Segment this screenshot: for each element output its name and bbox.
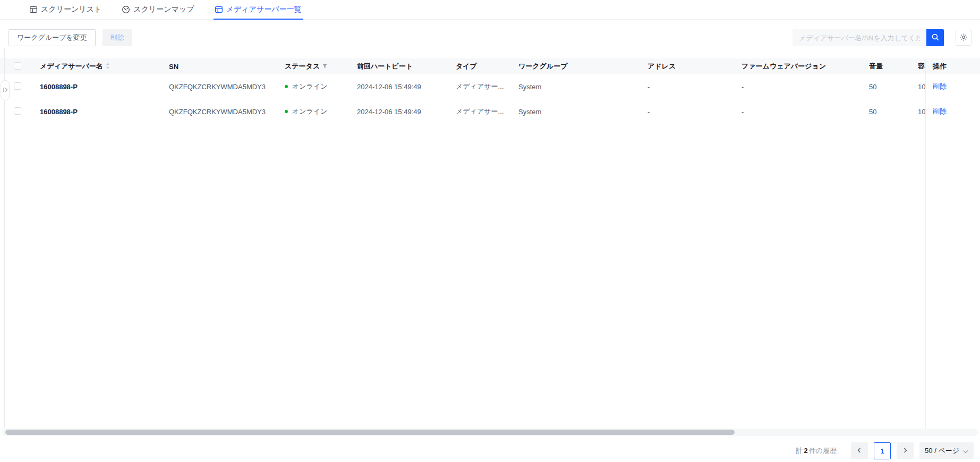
row-checkbox[interactable] xyxy=(14,107,21,115)
column-header-volume: 音量 xyxy=(869,62,918,71)
toolbar: ワークグループを変更 削除 xyxy=(0,20,980,50)
cell-type: メディアサー... xyxy=(456,107,518,116)
magnifier-icon xyxy=(931,33,940,43)
cell-address: - xyxy=(647,83,742,91)
chevron-right-icon xyxy=(902,447,908,455)
column-header-firmware: ファームウェアバージョン xyxy=(742,62,869,71)
column-header-type: タイプ xyxy=(456,62,518,71)
cell-status: オンライン xyxy=(285,82,357,91)
cell-heartbeat: 2024-12-06 15:49:49 xyxy=(357,83,456,91)
settings-button[interactable] xyxy=(956,30,972,46)
cell-capacity: 10 xyxy=(918,108,925,116)
tab-bar: スクリーンリスト スクリーンマップ メディアサーバー一覧 xyxy=(0,0,980,20)
cell-heartbeat: 2024-12-06 15:49:49 xyxy=(357,108,456,116)
column-header-actions: 操作 xyxy=(925,58,980,74)
cell-volume: 50 xyxy=(869,83,918,91)
pagination: 計2件の履歴 1 50 / ページ xyxy=(796,442,974,459)
prev-page-button[interactable] xyxy=(851,442,868,459)
chevron-down-icon xyxy=(963,447,968,455)
tab-label: スクリーンマップ xyxy=(133,5,194,14)
panel-expand-handle[interactable] xyxy=(1,80,10,100)
media-server-list-icon xyxy=(215,5,223,14)
cell-capacity: 10 xyxy=(918,83,925,91)
delete-button[interactable]: 削除 xyxy=(103,29,132,46)
table-header-row: メディアサーバー名 SN ステータス 前回ハートビート タイプ xyxy=(0,58,980,74)
screen-map-icon xyxy=(122,5,130,14)
cell-address: - xyxy=(647,108,742,116)
tab-screen-map[interactable]: スクリーンマップ xyxy=(122,0,194,19)
cell-sn: QKZFQKZCRKYWMDA5MDY3 xyxy=(169,108,285,116)
column-header-heartbeat: 前回ハートビート xyxy=(357,62,456,71)
media-server-table: メディアサーバー名 SN ステータス 前回ハートビート タイプ xyxy=(0,58,980,124)
cell-status: オンライン xyxy=(285,107,357,116)
next-page-button[interactable] xyxy=(897,442,914,459)
tab-screen-list[interactable]: スクリーンリスト xyxy=(29,0,101,19)
column-header-status: ステータス xyxy=(285,62,357,71)
cell-name: 16008898-P xyxy=(40,108,169,116)
change-workgroup-button[interactable]: ワークグループを変更 xyxy=(8,29,96,46)
column-header-address: アドレス xyxy=(647,62,742,71)
screen-list-icon xyxy=(29,5,38,14)
horizontal-scrollbar-thumb[interactable] xyxy=(5,430,735,435)
table-row: 16008898-P QKZFQKZCRKYWMDA5MDY3 オンライン 20… xyxy=(0,74,980,99)
online-status-dot xyxy=(285,110,288,113)
cell-volume: 50 xyxy=(869,108,918,116)
cell-firmware: - xyxy=(742,83,869,91)
cell-workgroup: System xyxy=(518,83,647,91)
column-header-sn: SN xyxy=(169,63,285,71)
row-checkbox[interactable] xyxy=(14,82,21,90)
cell-sn: QKZFQKZCRKYWMDA5MDY3 xyxy=(169,83,285,91)
column-header-capacity: 容 xyxy=(918,62,925,71)
gear-icon xyxy=(959,33,968,43)
cell-actions: 削除 xyxy=(925,74,980,99)
fixed-column-divider xyxy=(925,58,926,429)
search-button[interactable] xyxy=(926,29,944,46)
column-header-workgroup: ワークグループ xyxy=(518,62,647,71)
sort-carets-icon[interactable] xyxy=(105,62,110,71)
tab-media-server-list[interactable]: メディアサーバー一覧 xyxy=(215,0,302,19)
cell-firmware: - xyxy=(742,108,869,116)
cell-type: メディアサー... xyxy=(456,82,518,91)
left-panel-divider xyxy=(4,48,5,429)
panel-expand-icon xyxy=(3,85,8,95)
cell-actions: 削除 xyxy=(925,99,980,124)
search-area xyxy=(792,29,972,46)
page-size-select[interactable]: 50 / ページ xyxy=(919,442,974,459)
row-checkbox-cell xyxy=(0,107,40,116)
chevron-left-icon xyxy=(856,447,863,455)
search-input[interactable] xyxy=(792,29,926,46)
cell-name: 16008898-P xyxy=(40,83,169,91)
total-count: 2 xyxy=(804,447,808,455)
delete-row-link[interactable]: 削除 xyxy=(933,82,947,91)
online-status-dot xyxy=(285,85,288,88)
page-1-button[interactable]: 1 xyxy=(874,442,891,459)
cell-workgroup: System xyxy=(518,108,647,116)
delete-row-link[interactable]: 削除 xyxy=(933,107,947,116)
header-cell-checkbox xyxy=(0,62,40,71)
horizontal-scrollbar[interactable] xyxy=(2,429,978,436)
tab-label: スクリーンリスト xyxy=(41,5,101,14)
filter-funnel-icon[interactable] xyxy=(322,63,328,71)
column-header-name[interactable]: メディアサーバー名 xyxy=(40,62,169,71)
select-all-checkbox[interactable] xyxy=(14,62,21,70)
tab-label: メディアサーバー一覧 xyxy=(226,5,302,14)
total-records-text: 計2件の履歴 xyxy=(796,446,837,456)
media-server-page: スクリーンリスト スクリーンマップ メディアサーバー一覧 xyxy=(0,0,980,462)
table-row: 16008898-P QKZFQKZCRKYWMDA5MDY3 オンライン 20… xyxy=(0,99,980,124)
